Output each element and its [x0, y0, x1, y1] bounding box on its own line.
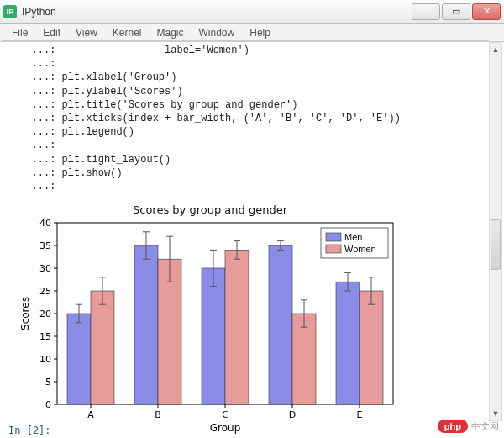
bar-women: [360, 291, 383, 404]
x-tick-label: E: [357, 409, 363, 420]
bar-men: [269, 245, 292, 404]
menu-edit[interactable]: Edit: [36, 25, 67, 40]
x-tick-label: A: [87, 409, 94, 420]
x-axis-label: Group: [210, 422, 241, 434]
bar-women: [91, 291, 114, 404]
bar-men: [336, 282, 360, 404]
chart-title: Scores by group and gender: [17, 203, 403, 216]
app-icon: IP: [3, 5, 17, 18]
legend-swatch-men: [326, 233, 341, 241]
watermark-text: 中文网: [471, 420, 499, 433]
content-divider: [2, 40, 489, 41]
x-tick-label: B: [155, 409, 161, 420]
y-tick-label: 25: [39, 286, 51, 297]
window-buttons: — ▭ ✕: [412, 3, 501, 20]
y-axis-label: Scores: [19, 297, 31, 330]
close-button[interactable]: ✕: [472, 3, 501, 20]
chart-plot: 0510152025303540ScoresABCDEGroupMenWomen: [17, 218, 403, 436]
y-tick-label: 0: [45, 399, 51, 410]
watermark-brand: php: [438, 420, 468, 433]
menu-bar: File Edit View Kernel Magic Window Help: [0, 24, 504, 42]
legend-label-men: Men: [344, 232, 362, 242]
y-tick-label: 10: [39, 354, 51, 365]
bar-men: [202, 268, 225, 404]
y-tick-label: 15: [39, 331, 51, 342]
menu-kernel[interactable]: Kernel: [106, 25, 149, 40]
chart-output: Scores by group and gender 0510152025303…: [17, 203, 403, 436]
next-input-prompt[interactable]: In [2]:: [8, 425, 51, 436]
window-titlebar: IP IPython — ▭ ✕: [0, 0, 504, 24]
bar-men: [134, 245, 158, 404]
code-block: ...: label='Women') ...: ...: plt.xlabel…: [0, 42, 504, 200]
y-tick-label: 30: [39, 263, 51, 274]
scroll-down-icon[interactable]: ▼: [490, 407, 501, 420]
bar-men: [67, 314, 91, 404]
y-tick-label: 40: [39, 218, 51, 229]
y-tick-label: 35: [39, 240, 51, 251]
x-tick-label: C: [222, 409, 228, 420]
maximize-button[interactable]: ▭: [442, 3, 470, 20]
bar-women: [225, 250, 249, 404]
menu-help[interactable]: Help: [243, 25, 277, 40]
legend-label-women: Women: [344, 244, 376, 254]
y-tick-label: 5: [45, 377, 51, 388]
scroll-thumb[interactable]: [491, 219, 501, 270]
console-content: ...: label='Women') ...: ...: plt.xlabel…: [0, 42, 504, 438]
y-tick-label: 20: [39, 309, 51, 319]
vertical-scrollbar[interactable]: ▲ ▼: [489, 42, 502, 421]
menu-view[interactable]: View: [69, 25, 104, 40]
x-tick-label: D: [289, 409, 296, 420]
window-title: IPython: [22, 6, 412, 18]
watermark: php 中文网: [438, 420, 499, 433]
menu-magic[interactable]: Magic: [150, 25, 191, 40]
minimize-button[interactable]: —: [412, 3, 440, 20]
menu-file[interactable]: File: [5, 25, 34, 40]
scroll-up-icon[interactable]: ▲: [490, 43, 501, 56]
legend-swatch-women: [326, 245, 341, 253]
menu-window[interactable]: Window: [192, 25, 242, 40]
chart-svg: 0510152025303540ScoresABCDEGroupMenWomen: [17, 218, 403, 436]
